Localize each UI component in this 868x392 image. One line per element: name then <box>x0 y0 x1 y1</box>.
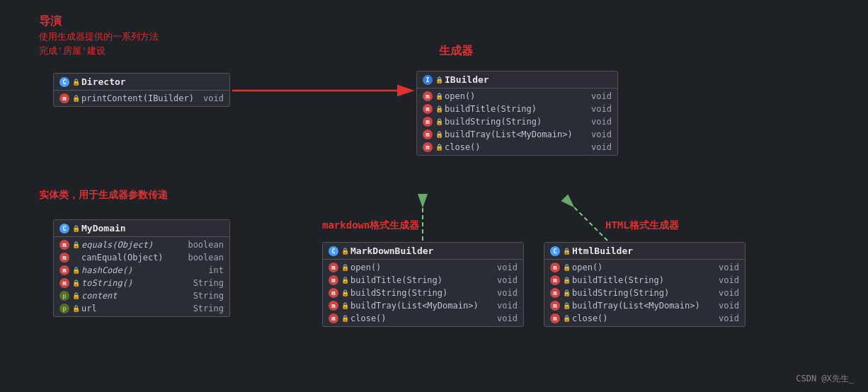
mydomain-class-name: MyDomain <box>81 223 126 234</box>
mydomain-m0-label: equals(Object) <box>81 240 182 250</box>
html-row-2: m 🔒 buildString(String) void <box>544 287 745 299</box>
ibuilder-class-name: IBuilder <box>445 74 489 85</box>
markdown-row-2: m 🔒 buildString(String) void <box>323 287 523 299</box>
mydomain-m2-lock: 🔒 <box>72 267 79 274</box>
director-method-label: printContent(IBuilder) <box>81 93 198 103</box>
generator-annotation: 生成器 <box>439 42 473 59</box>
ibuilder-m1-lock: 🔒 <box>435 105 442 113</box>
html-m3-type: void <box>719 301 739 311</box>
html-row-0: m 🔒 open() void <box>544 261 745 274</box>
director-annotation: 导演 使用生成器提供的一系列方法 完成'房屋'建设 <box>39 13 159 57</box>
markdown-m3-type: void <box>497 301 518 311</box>
html-m4-type: void <box>719 313 739 323</box>
director-desc1: 使用生成器提供的一系列方法 <box>39 30 159 44</box>
ibuilder-m1-type: void <box>591 104 612 114</box>
mydomain-header: C 🔒 MyDomain <box>54 220 229 237</box>
entity-title: 实体类，用于生成器参数传递 <box>39 188 168 202</box>
mydomain-body: m 🔒 equals(Object) boolean m canEqual(Ob… <box>54 237 229 316</box>
html-m4-label: close() <box>572 313 713 323</box>
mydomain-p1-lock: 🔒 <box>72 305 79 312</box>
html-m3-icon: m <box>550 301 560 311</box>
director-desc2: 完成'房屋'建设 <box>39 44 159 58</box>
markdown-m0-type: void <box>497 263 518 272</box>
mydomain-m3-label: toString() <box>81 278 188 288</box>
ibuilder-m3-icon: m <box>423 129 433 139</box>
html-body: m 🔒 open() void m 🔒 buildTitle(String) v… <box>544 260 745 326</box>
director-method-type: void <box>203 93 224 103</box>
html-m1-type: void <box>719 275 739 285</box>
ibuilder-m0-icon: m <box>423 91 433 101</box>
html-m2-lock: 🔒 <box>563 289 570 296</box>
entity-annotation: 实体类，用于生成器参数传递 <box>39 188 168 202</box>
director-method-lock: 🔒 <box>72 95 79 102</box>
markdown-m1-lock: 🔒 <box>341 277 348 284</box>
ibuilder-body: m 🔒 open() void m 🔒 buildTitle(String) v… <box>417 88 617 155</box>
ibuilder-m4-type: void <box>591 142 612 152</box>
html-annotation: HTML格式生成器 <box>605 218 679 233</box>
mydomain-p0-lock: 🔒 <box>72 292 79 299</box>
html-header: C 🔒 HtmlBuilder <box>544 243 745 260</box>
mydomain-m3-icon: m <box>59 278 69 288</box>
ibuilder-m1-label: buildTitle(String) <box>445 104 586 114</box>
ibuilder-row-3: m 🔒 buildTray(List<MyDomain>) void <box>417 128 617 141</box>
mydomain-m3-lock: 🔒 <box>72 279 79 287</box>
html-class-icon: C <box>550 246 560 256</box>
mydomain-row-2: m 🔒 hashCode() int <box>54 264 229 277</box>
html-m1-lock: 🔒 <box>563 277 570 284</box>
ibuilder-m3-type: void <box>591 129 612 139</box>
markdown-row-1: m 🔒 buildTitle(String) void <box>323 274 523 287</box>
ibuilder-m1-icon: m <box>423 104 433 114</box>
ibuilder-m0-label: open() <box>445 91 586 101</box>
mydomain-class-icon: C <box>59 224 69 234</box>
mydomain-row-1: m canEqual(Object) boolean <box>54 251 229 264</box>
ibuilder-lock-icon: 🔒 <box>435 76 442 83</box>
mydomain-p1-type: String <box>193 304 224 313</box>
ibuilder-m4-label: close() <box>445 142 586 152</box>
director-title: 导演 <box>39 13 159 30</box>
director-class-box: C 🔒 Director m 🔒 printContent(IBuilder) … <box>53 73 230 107</box>
mydomain-row-5: p 🔒 url String <box>54 302 229 315</box>
ibuilder-m0-lock: 🔒 <box>435 93 442 100</box>
director-body: m 🔒 printContent(IBuilder) void <box>54 91 229 106</box>
html-m0-label: open() <box>572 263 713 272</box>
mydomain-m0-type: boolean <box>188 240 224 250</box>
mydomain-m3-type: String <box>193 278 224 288</box>
markdown-m2-icon: m <box>329 288 338 298</box>
mydomain-m2-type: int <box>208 265 224 275</box>
ibuilder-m4-icon: m <box>423 142 433 152</box>
markdown-lock-icon: 🔒 <box>341 248 348 255</box>
director-class-icon: C <box>59 77 69 87</box>
mydomain-p1-label: url <box>81 304 188 313</box>
html-row-4: m 🔒 close() void <box>544 312 745 325</box>
ibuilder-m2-lock: 🔒 <box>435 118 442 125</box>
html-m1-label: buildTitle(String) <box>572 275 713 285</box>
html-m3-lock: 🔒 <box>563 302 570 309</box>
html-m2-type: void <box>719 288 739 298</box>
html-m0-lock: 🔒 <box>563 264 570 271</box>
markdown-m3-icon: m <box>329 301 338 311</box>
markdown-m0-lock: 🔒 <box>341 264 348 271</box>
html-row-3: m 🔒 buildTray(List<MyDomain>) void <box>544 299 745 312</box>
markdown-class-name: MarkDownBuilder <box>350 246 433 256</box>
ibuilder-m2-label: buildString(String) <box>445 117 586 127</box>
director-method-row: m 🔒 printContent(IBuilder) void <box>54 92 229 105</box>
markdown-m1-label: buildTitle(String) <box>350 275 491 285</box>
ibuilder-header: I 🔒 IBuilder <box>417 71 617 88</box>
ibuilder-row-2: m 🔒 buildString(String) void <box>417 115 617 128</box>
mydomain-m1-icon: m <box>59 253 69 263</box>
ibuilder-m3-label: buildTray(List<MyDomain>) <box>445 129 586 139</box>
ibuilder-class-box: I 🔒 IBuilder m 🔒 open() void m 🔒 buildTi… <box>416 71 618 156</box>
mydomain-p1-icon: p <box>59 304 69 313</box>
html-title: HTML格式生成器 <box>605 218 679 233</box>
mydomain-row-0: m 🔒 equals(Object) boolean <box>54 238 229 251</box>
mydomain-m0-lock: 🔒 <box>72 241 79 248</box>
html-m2-label: buildString(String) <box>572 288 713 298</box>
html-m4-icon: m <box>550 313 560 323</box>
mydomain-m2-label: hashCode() <box>81 265 202 275</box>
ibuilder-m4-lock: 🔒 <box>435 144 442 151</box>
html-m0-icon: m <box>550 263 560 272</box>
ibuilder-m0-type: void <box>591 91 612 101</box>
ibuilder-m2-icon: m <box>423 117 433 127</box>
mydomain-p0-label: content <box>81 291 188 301</box>
mydomain-p0-type: String <box>193 291 224 301</box>
